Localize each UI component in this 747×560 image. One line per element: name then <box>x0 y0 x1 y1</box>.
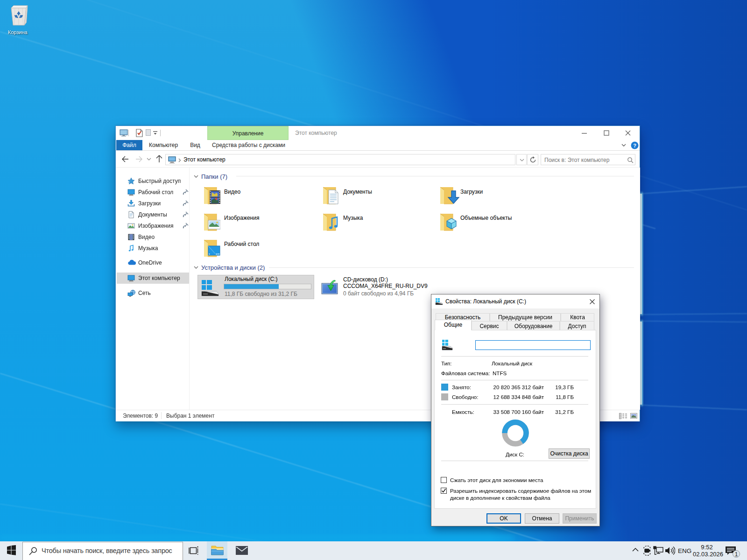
svg-text:1: 1 <box>735 551 738 558</box>
svg-text:?: ? <box>633 143 636 148</box>
